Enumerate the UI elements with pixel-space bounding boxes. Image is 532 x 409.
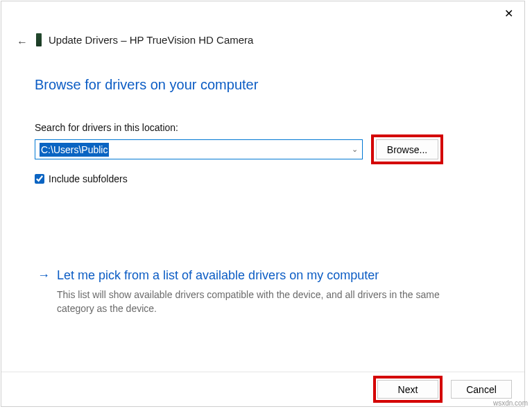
search-location-label: Search for drivers in this location:	[35, 122, 178, 133]
chevron-down-icon[interactable]: ⌄	[352, 145, 358, 154]
pick-from-list-link[interactable]: Let me pick from a list of available dri…	[57, 268, 379, 283]
include-subfolders-checkbox[interactable]	[35, 174, 44, 184]
path-combobox[interactable]: C:\Users\Public ⌄	[35, 139, 363, 159]
include-subfolders-label: Include subfolders	[49, 173, 128, 184]
watermark-text: wsxdn.com	[493, 399, 528, 407]
pick-from-list-description: This list will show available drivers co…	[57, 288, 456, 316]
page-heading: Browse for drivers on your computer	[35, 77, 258, 93]
footer-bar: Next Cancel	[1, 372, 524, 406]
dialog-window: ✕ ← Update Drivers – HP TrueVision HD Ca…	[1, 1, 525, 407]
browse-highlight: Browse...	[371, 134, 443, 164]
back-arrow-icon[interactable]: ←	[17, 36, 28, 49]
next-highlight: Next	[373, 376, 443, 403]
cancel-button[interactable]: Cancel	[451, 380, 512, 399]
subfolders-row: Include subfolders	[35, 173, 128, 184]
window-title: Update Drivers – HP TrueVision HD Camera	[49, 34, 253, 46]
close-icon[interactable]: ✕	[502, 8, 515, 21]
path-value: C:\Users\Public	[40, 143, 109, 157]
title-row: Update Drivers – HP TrueVision HD Camera	[36, 33, 253, 46]
next-button[interactable]: Next	[377, 380, 438, 399]
device-icon	[36, 33, 42, 46]
browse-button[interactable]: Browse...	[376, 139, 438, 159]
arrow-right-icon: →	[37, 268, 50, 283]
